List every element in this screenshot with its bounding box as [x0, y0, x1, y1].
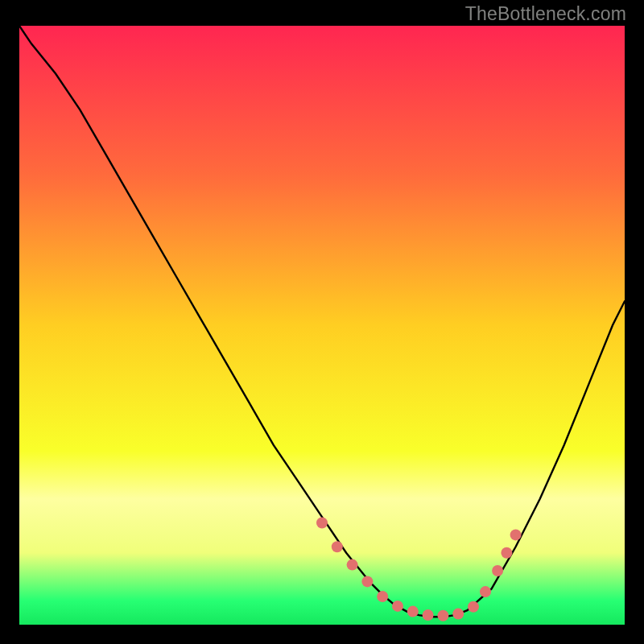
marker-point	[468, 601, 479, 613]
marker-point	[510, 529, 522, 540]
chart-frame: TheBottleneck.com	[0, 0, 644, 644]
marker-point	[437, 610, 448, 621]
marker-point	[347, 559, 358, 571]
marker-point	[492, 565, 503, 576]
marker-point	[377, 591, 388, 602]
marker-point	[501, 547, 512, 559]
marker-point	[332, 541, 343, 552]
marker-point	[392, 601, 403, 612]
chart-svg	[19, 26, 625, 625]
marker-point	[316, 518, 328, 529]
plot-area	[19, 26, 625, 625]
marker-point	[361, 576, 373, 587]
marker-point	[452, 609, 464, 620]
gradient-background	[19, 26, 625, 625]
marker-point	[480, 586, 491, 597]
marker-point	[423, 609, 434, 621]
marker-point	[407, 606, 419, 617]
attribution-label: TheBottleneck.com	[465, 3, 626, 25]
